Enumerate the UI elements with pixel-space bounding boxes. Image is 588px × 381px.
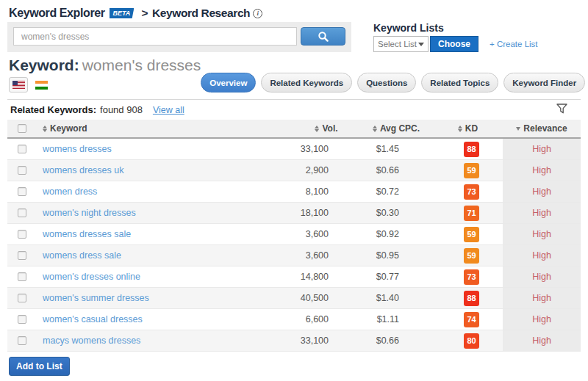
row-checkbox[interactable] xyxy=(18,208,26,217)
table-row: womens dresses sale 3,600 $0.92 59 High xyxy=(7,224,581,245)
table-row: women's summer dresses 40,500 $1.40 88 H… xyxy=(7,288,581,309)
keyword-link[interactable]: womens dresses sale xyxy=(43,229,131,239)
row-checkbox[interactable] xyxy=(18,315,26,324)
kd-cell: 73 xyxy=(433,184,503,200)
table-row: womens dresses 33,100 $1.45 88 High xyxy=(7,139,581,160)
table-row: women dress 8,100 $0.72 73 High xyxy=(7,181,581,203)
search-button[interactable] xyxy=(301,27,345,46)
kd-badge: 59 xyxy=(464,248,479,264)
tab-related-topics[interactable]: Related Topics xyxy=(421,73,498,92)
tab-keyword-finder[interactable]: Keyword Finder xyxy=(503,73,585,92)
kd-cell: 59 xyxy=(433,248,503,264)
row-checkbox-cell xyxy=(7,145,34,153)
cpc-cell: $1.45 xyxy=(359,144,433,154)
kd-cell: 88 xyxy=(433,291,503,306)
relevance-cell: High xyxy=(503,203,581,223)
keyword-link[interactable]: womens dresses xyxy=(43,144,112,154)
column-keyword[interactable]: Keyword xyxy=(34,123,293,134)
cpc-cell: $0.72 xyxy=(359,186,433,197)
search-input[interactable] xyxy=(13,27,297,46)
cpc-cell: $0.92 xyxy=(359,229,433,239)
row-checkbox[interactable] xyxy=(18,336,26,345)
sort-icon xyxy=(315,126,319,132)
row-checkbox-cell xyxy=(7,251,34,260)
row-checkbox[interactable] xyxy=(18,230,26,239)
cpc-cell: $0.77 xyxy=(359,272,433,282)
filter-icon[interactable] xyxy=(556,104,567,116)
row-checkbox[interactable] xyxy=(18,251,26,260)
tab-related-keywords[interactable]: Related Keywords xyxy=(261,73,352,92)
kd-cell: 59 xyxy=(433,163,503,178)
results-header: Related Keywords: found 908 View all xyxy=(10,104,578,116)
kd-cell: 73 xyxy=(433,269,503,285)
keyword-link[interactable]: women's night dresses xyxy=(43,208,136,218)
volume-cell: 2,900 xyxy=(293,165,359,175)
keyword-lists-controls: Select List Choose + Create List xyxy=(373,36,538,52)
keyword-link[interactable]: women's casual dresses xyxy=(43,314,143,324)
sort-icon xyxy=(373,126,377,132)
row-checkbox[interactable] xyxy=(18,187,26,196)
keyword-cell: womens dresses xyxy=(34,144,293,154)
volume-cell: 40,500 xyxy=(293,293,359,303)
view-all-link[interactable]: View all xyxy=(153,105,184,115)
add-to-list-button[interactable]: Add to List xyxy=(9,357,70,376)
kd-cell: 71 xyxy=(433,206,503,221)
select-list-dropdown[interactable]: Select List xyxy=(373,36,429,52)
results-found-count: found 908 xyxy=(100,104,143,115)
table-row: women's casual dresses 6,600 $1.11 74 Hi… xyxy=(7,309,581,330)
tab-overview[interactable]: Overview xyxy=(201,73,256,92)
volume-cell: 8,100 xyxy=(293,186,359,197)
relevance-cell: High xyxy=(503,181,581,202)
keyword-link[interactable]: womens dresses uk xyxy=(43,165,123,175)
beta-badge: BETA xyxy=(110,8,135,18)
tab-questions[interactable]: Questions xyxy=(357,73,416,92)
table-row: womens dress sale 3,600 $0.95 59 High xyxy=(7,245,581,266)
relevance-cell: High xyxy=(503,139,581,159)
cpc-cell: $1.11 xyxy=(359,314,433,324)
row-checkbox[interactable] xyxy=(18,272,26,281)
relevance-cell: High xyxy=(503,224,581,244)
table-row: women's night dresses 18,100 $0.30 71 Hi… xyxy=(7,203,581,224)
table-row: womens dresses uk 2,900 $0.66 59 High xyxy=(7,160,581,181)
search-area xyxy=(7,22,351,52)
breadcrumb-separator: > xyxy=(141,7,148,20)
flag-united-states[interactable] xyxy=(9,77,28,92)
sort-icon xyxy=(43,126,47,132)
relevance-cell: High xyxy=(503,330,581,351)
cpc-cell: $0.66 xyxy=(359,165,433,175)
column-relevance[interactable]: Relevance xyxy=(503,123,581,134)
kd-badge: 88 xyxy=(464,142,479,157)
row-checkbox[interactable] xyxy=(18,294,26,302)
page: Keyword Explorer BETA >Keyword Research … xyxy=(0,0,588,376)
column-cpc[interactable]: Avg CPC. xyxy=(359,123,433,134)
keyword-link[interactable]: macys womens dresses xyxy=(43,335,140,346)
kd-badge: 80 xyxy=(464,333,479,349)
flag-india[interactable] xyxy=(35,81,48,90)
column-kd[interactable]: KD xyxy=(433,123,503,134)
results-section: Related Keywords: found 908 View all Key… xyxy=(7,99,581,376)
keyword-header-row: Keyword:women's dresses Overview Related… xyxy=(7,57,581,92)
create-list-link[interactable]: + Create List xyxy=(490,40,538,48)
kd-cell: 88 xyxy=(433,142,503,157)
row-checkbox[interactable] xyxy=(18,166,26,175)
relevance-cell: High xyxy=(503,288,581,308)
keyword-link[interactable]: women's dresses online xyxy=(43,272,140,282)
kd-badge: 59 xyxy=(464,163,479,178)
column-volume[interactable]: Vol. xyxy=(293,123,359,134)
keyword-value: women's dresses xyxy=(82,57,201,73)
cpc-cell: $0.95 xyxy=(359,250,433,261)
info-icon[interactable]: i xyxy=(253,9,262,18)
row-checkbox[interactable] xyxy=(18,145,26,153)
keyword-link[interactable]: women's summer dresses xyxy=(43,293,149,303)
volume-cell: 3,600 xyxy=(293,229,359,239)
keyword-cell: women's summer dresses xyxy=(34,293,293,303)
keyword-cell: macys womens dresses xyxy=(34,335,293,346)
relevance-cell: High xyxy=(503,245,581,266)
keyword-link[interactable]: womens dress sale xyxy=(43,250,121,261)
table-header: Keyword Vol. Avg CPC. KD Relevance xyxy=(7,120,581,139)
keyword-link[interactable]: women dress xyxy=(43,186,97,197)
select-list-value: Select List xyxy=(378,40,417,48)
select-all-checkbox[interactable] xyxy=(18,124,26,133)
kd-badge: 59 xyxy=(464,227,479,242)
choose-button[interactable]: Choose xyxy=(430,36,478,52)
